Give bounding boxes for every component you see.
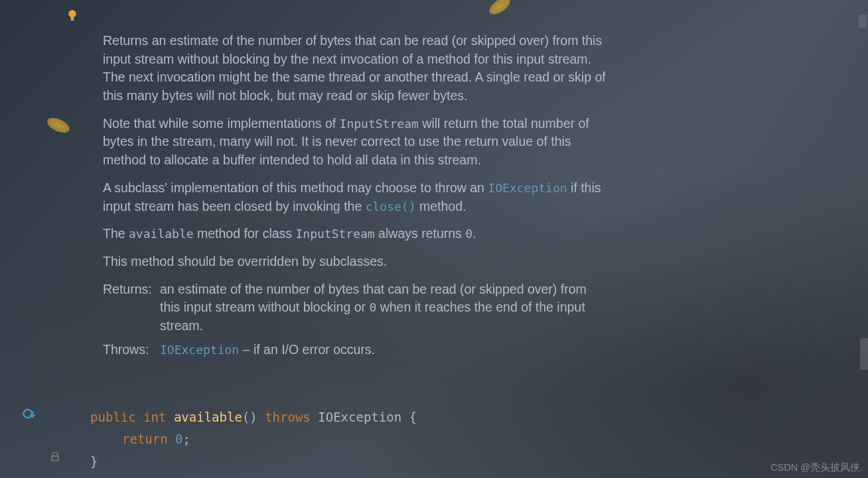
- code-ref-zero: 0: [369, 300, 376, 314]
- code-ref-inputstream: InputStream: [340, 117, 419, 131]
- javadoc-throws: Throws: IOException – if an I/O error oc…: [103, 341, 607, 359]
- throws-label: Throws:: [103, 341, 156, 359]
- code-line[interactable]: public int available() throws IOExceptio…: [90, 406, 417, 428]
- doc-paragraph: Note that while some implementations of …: [103, 115, 607, 170]
- returns-body: an estimate of the number of bytes that …: [160, 280, 607, 335]
- doc-paragraph: The available method for class InputStre…: [103, 225, 607, 243]
- lightbulb-icon[interactable]: [66, 9, 78, 21]
- override-gutter-icon[interactable]: [22, 407, 35, 423]
- code-editor[interactable]: public int available() throws IOExceptio…: [90, 406, 417, 473]
- doc-paragraph: Returns an estimate of the number of byt…: [103, 32, 607, 105]
- doc-paragraph: A subclass' implementation of this metho…: [103, 179, 607, 215]
- code-line[interactable]: }: [90, 451, 417, 473]
- throws-body: IOException – if an I/O error occurs.: [160, 341, 607, 359]
- javadoc-returns: Returns: an estimate of the number of by…: [103, 280, 607, 335]
- code-link-ioexception[interactable]: IOException: [488, 181, 567, 195]
- svg-rect-2: [52, 456, 58, 461]
- decoration-leaf: [486, 0, 513, 18]
- lock-icon[interactable]: [50, 452, 60, 464]
- code-ref-available: available: [129, 227, 194, 241]
- code-link-close[interactable]: close(): [366, 200, 416, 213]
- editor-gutter: [0, 0, 63, 478]
- code-line[interactable]: return 0;: [90, 428, 417, 450]
- svg-rect-0: [71, 19, 74, 21]
- scrollbar-marker[interactable]: [859, 15, 867, 28]
- returns-label: Returns:: [103, 280, 156, 335]
- javadoc-panel: Returns an estimate of the number of byt…: [103, 32, 607, 364]
- svg-point-1: [24, 410, 33, 418]
- code-ref-inputstream: InputStream: [295, 227, 374, 241]
- scrollbar-thumb[interactable]: [860, 338, 868, 370]
- code-ref-zero: 0: [465, 227, 472, 241]
- code-link-ioexception[interactable]: IOException: [160, 343, 239, 357]
- watermark-text: CSDN @秃头披风侠.: [770, 461, 863, 474]
- doc-paragraph: This method should be overridden by subc…: [103, 253, 607, 271]
